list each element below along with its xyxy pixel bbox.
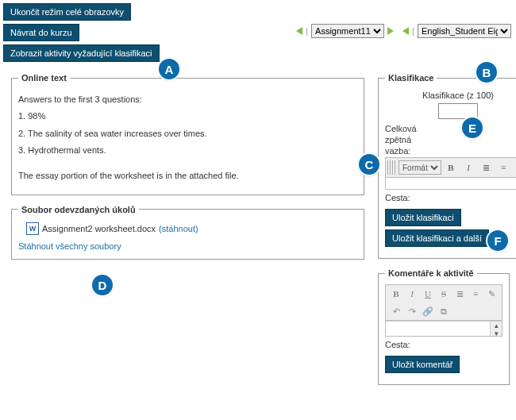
comment-editor[interactable]: ▴▾ — [385, 321, 503, 337]
format-select[interactable]: Formát — [399, 160, 441, 175]
numbered-list-icon[interactable]: ≣ — [452, 287, 467, 301]
redo-icon[interactable]: ↷ — [405, 304, 419, 318]
online-text-answer-1: 1. 98% — [18, 110, 357, 122]
feedback-editor[interactable]: ▴▾ — [385, 178, 516, 190]
online-text-panel: Online text Answers to the first 3 quest… — [11, 73, 364, 195]
feedback-label-line3: vazba: — [385, 146, 516, 156]
strike-icon[interactable]: S — [437, 287, 451, 301]
toolbar-grip-icon — [387, 160, 395, 175]
activity-comments-legend: Komentáře k aktivitě — [385, 268, 477, 278]
download-all-link[interactable]: Stáhnout všechny soubory — [18, 241, 357, 251]
link-icon[interactable]: ⋔ — [513, 160, 516, 175]
feedback-toolbar: Formát B I ≣ ≡ ⋔ — [385, 157, 516, 178]
comment-toolbar: B I U S ≣ ≡ ✎ ↶ ↷ 🔗 ⧉ — [385, 284, 503, 321]
file-row: W Assignment2 worksheet.docx (stáhnout) — [18, 221, 357, 238]
nav-separator: | — [306, 26, 308, 36]
save-comment-button[interactable]: Uložit komentář — [385, 356, 460, 373]
word-doc-icon: W — [26, 222, 39, 235]
back-to-course-button[interactable]: Návrat do kurzu — [3, 24, 79, 41]
italic-icon[interactable]: I — [460, 160, 476, 175]
left-column: Online text Answers to the first 3 quest… — [11, 73, 364, 269]
save-grade-button[interactable]: Uložit klasifikaci — [385, 209, 461, 226]
save-grade-and-next-button[interactable]: Uložit klasifikaci a další — [385, 229, 489, 247]
annotation-marker-b: B — [476, 62, 497, 83]
exit-fullscreen-button[interactable]: Ukončit režim celé obrazovky — [3, 3, 131, 21]
highlight-icon[interactable]: ✎ — [484, 287, 499, 301]
bold-icon[interactable]: B — [443, 160, 459, 175]
numbered-list-icon[interactable]: ≡ — [495, 160, 511, 175]
prev-assignment-arrow-icon[interactable] — [296, 27, 302, 35]
online-text-answer-2: 2. The salinity of sea water increases o… — [18, 128, 357, 140]
navigation-row: | Assignment11 | English_Student Eight — [296, 24, 511, 38]
feedback-label-line1: Celková — [385, 124, 516, 133]
submitted-files-panel: Soubor odevzdaných úkolů W Assignment2 w… — [11, 205, 364, 260]
feedback-path-label: Cesta: — [385, 193, 516, 202]
underline-icon[interactable]: U — [421, 287, 435, 301]
online-text-body: Answers to the first 3 questions: 1. 98%… — [18, 94, 357, 182]
prev-student-arrow-icon[interactable] — [402, 27, 409, 35]
file-name: Assignment2 worksheet.docx — [42, 224, 156, 233]
annotation-marker-a: A — [159, 59, 179, 79]
comment-path-label: Cesta: — [385, 340, 503, 349]
show-grading-activities-button[interactable]: Zobrazit aktivity vyžadující klasifikaci — [3, 44, 160, 62]
bullet-list-icon[interactable]: ≡ — [468, 287, 483, 301]
online-text-answer-3: 3. Hydrothermal vents. — [18, 144, 357, 156]
nav-separator: | — [412, 26, 414, 36]
feedback-label-line2: zpětná — [385, 135, 516, 144]
annotation-marker-c: C — [359, 154, 379, 175]
file-download-link[interactable]: (stáhnout) — [159, 224, 198, 233]
submitted-files-legend: Soubor odevzdaných úkolů — [18, 205, 139, 214]
italic-icon[interactable]: I — [405, 287, 419, 301]
editor-scrollbar[interactable]: ▴▾ — [490, 322, 502, 336]
unlink-icon[interactable]: ⧉ — [437, 304, 451, 318]
next-assignment-arrow-icon[interactable] — [387, 27, 394, 35]
bold-icon[interactable]: B — [389, 287, 403, 301]
assignment-select[interactable]: Assignment11 — [311, 24, 384, 38]
bullet-list-icon[interactable]: ≣ — [478, 160, 494, 175]
grade-out-of-label: Klasifikace (z 100) — [385, 91, 516, 100]
activity-comments-panel: Komentáře k aktivitě B I U S ≣ ≡ ✎ ↶ ↷ 🔗… — [378, 268, 510, 385]
grading-legend: Klasifikace — [385, 73, 437, 83]
undo-icon[interactable]: ↶ — [389, 304, 403, 318]
main-content: A B C D E F Online text Answers to the f… — [0, 68, 516, 395]
annotation-marker-f: F — [487, 230, 508, 251]
student-select[interactable]: English_Student Eight — [418, 24, 511, 38]
online-text-note: The essay portion of the worksheet is in… — [18, 170, 357, 182]
online-text-intro: Answers to the first 3 questions: — [18, 94, 357, 106]
annotation-marker-d: D — [92, 275, 113, 295]
link-icon[interactable]: 🔗 — [421, 304, 435, 318]
annotation-marker-e: E — [462, 118, 483, 138]
online-text-legend: Online text — [18, 73, 70, 83]
grade-input[interactable] — [438, 103, 478, 119]
